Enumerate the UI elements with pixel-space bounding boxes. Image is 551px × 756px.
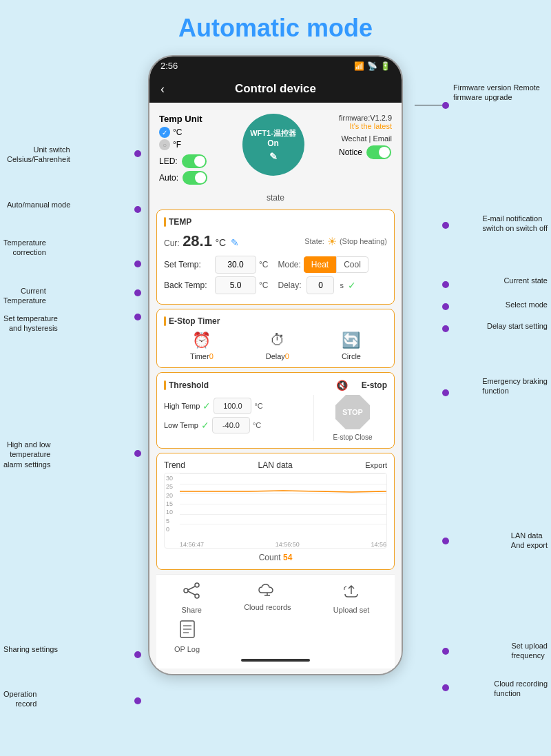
dot-delay-start — [442, 325, 449, 332]
dot-cloud-recording — [442, 684, 449, 691]
wechat-email[interactable]: Wechat | Email — [339, 134, 392, 143]
dot-sharing — [134, 651, 141, 658]
device-circle-wrapper: WFT1-温控器 On ✎ — [242, 114, 304, 176]
estop-timer-section: E-Stop Timer ⏰ Timer0 ⏱ Delay0 — [156, 309, 395, 368]
led-row: LED: — [159, 154, 207, 168]
annotation-auto-manual: Auto/manual mode — [7, 200, 70, 210]
notice-toggle[interactable] — [366, 145, 391, 159]
estop-row: ⏰ Timer0 ⏱ Delay0 🔄 Circle — [164, 331, 387, 360]
dot-current-temp — [134, 289, 141, 296]
device-circle[interactable]: WFT1-温控器 On ✎ — [242, 114, 304, 176]
count-row: Count 54 — [164, 553, 387, 562]
led-toggle[interactable] — [182, 154, 207, 168]
home-indicator — [241, 659, 310, 662]
firmware-section: firmware:V1.2.9 It's the latest Wechat |… — [339, 114, 392, 159]
low-temp-check: ✓ — [201, 420, 209, 431]
set-temp-input[interactable]: 30.0 — [215, 256, 256, 274]
high-temp-check: ✓ — [202, 400, 211, 411]
annotation-lan-data: LAN dataAnd export — [511, 531, 548, 551]
nav-title: Control device — [235, 82, 316, 96]
oplog-nav-item[interactable]: OP Log — [174, 620, 200, 653]
bottom-nav-row-1: Share Cloud records — [160, 582, 391, 614]
cur-label: Cur: — [164, 238, 180, 248]
battery-icon: 🔋 — [380, 61, 391, 71]
svg-line-4 — [188, 591, 195, 595]
bottom-nav: Share Cloud records — [156, 574, 395, 668]
back-temp-unit: °C — [259, 280, 268, 290]
delay-input[interactable]: 0 — [306, 276, 334, 294]
back-button[interactable]: ‹ — [160, 82, 165, 96]
delay-icon: ⏱ — [270, 331, 285, 349]
temp-section-label: TEMP — [164, 217, 387, 227]
low-temp-input[interactable]: -40.0 — [212, 417, 250, 433]
dot-upload-freq — [442, 648, 449, 655]
dot-unit-switch — [134, 150, 141, 157]
delay-item[interactable]: ⏱ Delay0 — [266, 331, 289, 360]
device-edit-icon[interactable]: ✎ — [269, 151, 278, 162]
export-button[interactable]: Export — [365, 461, 387, 469]
auto-label: Auto: — [159, 173, 178, 183]
cool-button[interactable]: Cool — [336, 256, 368, 273]
share-icon — [183, 582, 200, 604]
chart-area: 30 25 20 15 10 5 0 — [164, 473, 387, 549]
cur-edit-icon[interactable]: ✎ — [231, 237, 239, 248]
set-temp-unit: °C — [259, 260, 268, 269]
cur-unit: °C — [215, 237, 226, 248]
threshold-right: STOP E-stop Close — [318, 395, 387, 441]
threshold-header: Threshold 🔇 E-stop — [164, 380, 387, 391]
bottom-nav-row-2: OP Log — [160, 620, 391, 653]
cloud-nav-item[interactable]: Cloud records — [244, 582, 291, 614]
svg-line-3 — [188, 586, 195, 590]
fahrenheit-label: °F — [173, 140, 181, 150]
annotation-delay-start: Delay start setting — [487, 321, 548, 331]
chart-y-axis: 30 25 20 15 10 5 0 — [165, 473, 180, 534]
annotation-cloud-recording: Cloud recordingfunction — [494, 679, 548, 699]
device-status: On — [267, 139, 279, 148]
notice-label: Notice — [339, 147, 362, 157]
dot-select-mode — [442, 303, 449, 310]
celsius-option[interactable]: ✓ °C — [159, 127, 207, 138]
dot-operation-record — [134, 697, 141, 704]
dot-high-low — [134, 450, 141, 457]
circle-icon: 🔄 — [342, 331, 360, 349]
auto-toggle[interactable] — [183, 171, 207, 185]
trend-label: Trend — [164, 460, 185, 470]
temp-current-row: Cur: 28.1 °C ✎ State: ☀ (Stop heating) — [164, 232, 387, 250]
top-info-row: Temp Unit ✓ °C ○ °F LED: — [156, 108, 395, 190]
annotation-current-temp: CurrentTemperature — [3, 286, 46, 306]
high-temp-input[interactable]: 100.0 — [214, 398, 251, 414]
dot-emergency — [442, 389, 449, 396]
dot-auto-manual — [134, 206, 141, 213]
share-nav-item[interactable]: Share — [182, 582, 202, 614]
status-bar: 2:56 📶 📡 🔋 — [149, 57, 402, 75]
annotation-firmware-version: Firmware version Remote firmware upgrade — [453, 83, 543, 103]
state-right: State: ☀ (Stop heating) — [304, 235, 387, 248]
state-label-right: State: — [304, 237, 324, 245]
oplog-icon — [179, 620, 196, 643]
svg-point-1 — [195, 583, 199, 587]
status-icons: 📶 📡 🔋 — [354, 61, 391, 71]
circle-item[interactable]: 🔄 Circle — [342, 331, 361, 360]
heat-button[interactable]: Heat — [304, 256, 336, 273]
threshold-divider — [313, 395, 314, 441]
fahrenheit-option[interactable]: ○ °F — [159, 139, 207, 150]
timer-item[interactable]: ⏰ Timer0 — [190, 331, 214, 360]
oplog-label: OP Log — [174, 645, 200, 653]
low-temp-label: Low Temp — [164, 421, 198, 429]
upload-icon — [342, 582, 360, 604]
firmware-version: firmware:V1.2.9 — [339, 114, 392, 122]
auto-row: Auto: — [159, 171, 207, 185]
notice-row: Notice — [339, 145, 392, 159]
chart-svg — [180, 473, 386, 534]
upload-nav-item[interactable]: Upload set — [333, 582, 370, 614]
cur-value-row: Cur: 28.1 °C ✎ — [164, 232, 239, 250]
upload-label: Upload set — [333, 606, 370, 614]
state-value: (Stop heating) — [340, 237, 387, 245]
temp-unit-section: Temp Unit ✓ °C ○ °F LED: — [159, 114, 207, 185]
back-temp-input[interactable]: 5.0 — [215, 276, 256, 294]
mute-icon[interactable]: 🔇 — [336, 380, 348, 391]
estop-stop-button[interactable]: STOP — [335, 395, 370, 429]
timer-icon: ⏰ — [192, 331, 211, 349]
high-temp-unit: °C — [254, 402, 262, 410]
lan-data-label: LAN data — [258, 460, 293, 470]
